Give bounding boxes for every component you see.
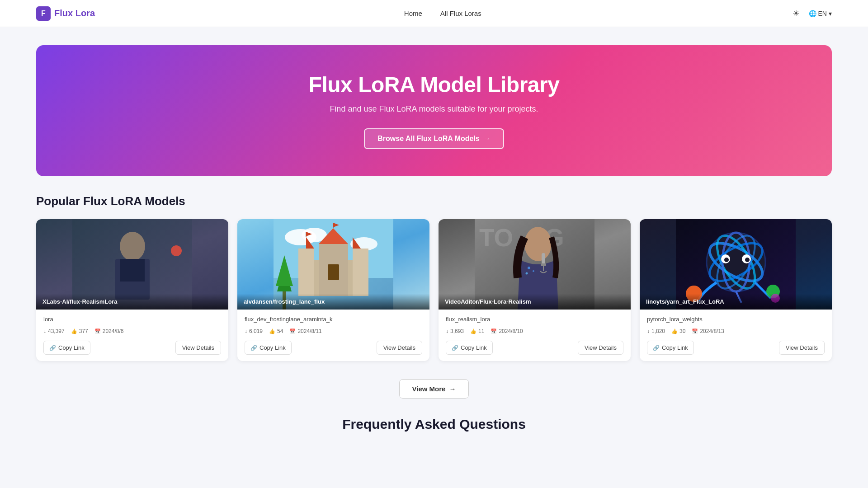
- download-stat-4: 1,820: [647, 328, 665, 334]
- card-body-4: pytorch_lora_weights 1,820 30 2024/8/13: [640, 310, 832, 361]
- like-stat-4: 30: [671, 328, 685, 334]
- card-stats-4: 1,820 30 2024/8/13: [647, 328, 825, 334]
- theme-toggle-button[interactable]: [791, 7, 802, 20]
- card-filename-1: lora: [43, 316, 221, 323]
- card-actions-4: Copy Link View Details: [647, 341, 825, 355]
- like-count-2: 54: [277, 328, 283, 334]
- calendar-icon-4: [692, 328, 698, 334]
- svg-rect-4: [132, 259, 145, 282]
- like-stat-1: 377: [71, 328, 88, 334]
- svg-rect-3: [120, 259, 132, 282]
- card-model-name-3: VideoAditor/Flux-Lora-Realism: [439, 294, 631, 310]
- copy-link-button-2[interactable]: Copy Link: [245, 341, 292, 355]
- svg-point-34: [533, 270, 534, 272]
- logo-link[interactable]: F Flux Lora: [36, 6, 95, 21]
- copy-link-button-4[interactable]: Copy Link: [647, 341, 694, 355]
- card-model-name-1: XLabs-AI/flux-RealismLora: [36, 294, 228, 310]
- download-icon-2: [245, 328, 247, 334]
- nav-links: Home All Flux Loras: [404, 9, 481, 18]
- card-actions-1: Copy Link View Details: [43, 341, 221, 355]
- popular-section-title: Popular Flux LoRA Models: [36, 194, 832, 208]
- svg-rect-31: [541, 263, 546, 266]
- card-model-name-2: alvdansen/frosting_lane_flux: [237, 294, 429, 310]
- like-icon-4: [671, 328, 678, 334]
- copy-link-button-3[interactable]: Copy Link: [446, 341, 493, 355]
- download-icon-1: [43, 328, 46, 334]
- browse-all-button[interactable]: Browse All Flux LoRA Models: [364, 128, 504, 149]
- like-icon-2: [269, 328, 275, 334]
- download-icon-4: [647, 328, 650, 334]
- download-count-4: 1,820: [651, 328, 665, 334]
- svg-rect-18: [328, 264, 339, 280]
- card-image-wrap-4: linoyts/yarn_art_Flux_LoRA: [640, 219, 832, 310]
- model-card-1: XLabs-AI/flux-RealismLora lora 43,397 37…: [36, 219, 228, 361]
- download-stat-2: 6,019: [245, 328, 263, 334]
- like-count-3: 11: [478, 328, 484, 334]
- card-stats-2: 6,019 54 2024/8/11: [245, 328, 422, 334]
- svg-point-29: [524, 227, 552, 261]
- card-image-wrap-2: alvdansen/frosting_lane_flux: [237, 219, 429, 310]
- popular-section: Popular Flux LoRA Models: [36, 194, 832, 399]
- translate-icon: [809, 10, 816, 17]
- view-details-button-2[interactable]: View Details: [377, 341, 422, 355]
- download-icon-3: [446, 328, 448, 334]
- like-icon-1: [71, 328, 77, 334]
- date-1: 2024/8/6: [103, 328, 124, 334]
- nav-home[interactable]: Home: [404, 9, 422, 17]
- chevron-down-icon: [829, 10, 832, 17]
- svg-rect-13: [353, 249, 368, 296]
- view-details-button-1[interactable]: View Details: [175, 341, 221, 355]
- date-stat-4: 2024/8/13: [692, 328, 724, 334]
- copy-link-button-1[interactable]: Copy Link: [43, 341, 90, 355]
- svg-point-46: [724, 258, 729, 262]
- calendar-icon-3: [491, 328, 497, 334]
- svg-text:TO: TO: [479, 224, 513, 252]
- lang-label: EN: [818, 10, 827, 17]
- svg-point-35: [526, 272, 528, 275]
- view-details-button-4[interactable]: View Details: [779, 341, 825, 355]
- card-image-wrap-3: TO G: [439, 219, 631, 310]
- model-card-2: alvdansen/frosting_lane_flux flux_dev_fr…: [237, 219, 429, 361]
- like-stat-3: 11: [470, 328, 484, 334]
- arrow-icon: [483, 135, 491, 143]
- nav-all-loras[interactable]: All Flux Loras: [440, 9, 481, 17]
- model-card-4: linoyts/yarn_art_Flux_LoRA pytorch_lora_…: [640, 219, 832, 361]
- card-model-name-4: linoyts/yarn_art_Flux_LoRA: [640, 294, 832, 310]
- download-stat-3: 3,693: [446, 328, 464, 334]
- hero-subtitle: Find and use Flux LoRA models suitable f…: [54, 104, 814, 114]
- card-filename-4: pytorch_lora_weights: [647, 316, 825, 323]
- link-icon-3: [452, 344, 458, 351]
- date-3: 2024/8/10: [499, 328, 523, 334]
- like-count-4: 30: [679, 328, 685, 334]
- like-icon-3: [470, 328, 476, 334]
- date-stat-2: 2024/8/11: [289, 328, 321, 334]
- hero-banner: Flux LoRA Model Library Find and use Flu…: [36, 45, 832, 176]
- model-card-3: TO G: [439, 219, 631, 361]
- svg-point-5: [171, 245, 182, 256]
- svg-rect-30: [542, 253, 545, 264]
- view-more-button[interactable]: View More: [399, 379, 469, 399]
- view-details-button-3[interactable]: View Details: [578, 341, 623, 355]
- card-body-2: flux_dev_frostinglane_araminta_k 6,019 5…: [237, 310, 429, 361]
- date-4: 2024/8/13: [700, 328, 724, 334]
- download-count-1: 43,397: [48, 328, 65, 334]
- cards-grid: XLabs-AI/flux-RealismLora lora 43,397 37…: [36, 219, 832, 361]
- card-actions-3: Copy Link View Details: [446, 341, 623, 355]
- date-stat-1: 2024/8/6: [94, 328, 124, 334]
- sun-icon: [793, 9, 800, 18]
- download-count-3: 3,693: [450, 328, 464, 334]
- card-filename-2: flux_dev_frostinglane_araminta_k: [245, 316, 422, 323]
- card-actions-2: Copy Link View Details: [245, 341, 422, 355]
- svg-point-47: [745, 258, 750, 262]
- calendar-icon-2: [289, 328, 296, 334]
- browse-btn-label: Browse All Flux LoRA Models: [377, 135, 480, 143]
- link-icon-2: [250, 344, 257, 351]
- download-stat-1: 43,397: [43, 328, 65, 334]
- language-selector[interactable]: EN: [809, 10, 832, 17]
- calendar-icon-1: [94, 328, 101, 334]
- nav-right: EN: [791, 7, 832, 20]
- view-more-label: View More: [412, 385, 446, 393]
- date-stat-3: 2024/8/10: [491, 328, 523, 334]
- navbar: F Flux Lora Home All Flux Loras EN: [0, 0, 868, 27]
- card-image-wrap-1: XLabs-AI/flux-RealismLora: [36, 219, 228, 310]
